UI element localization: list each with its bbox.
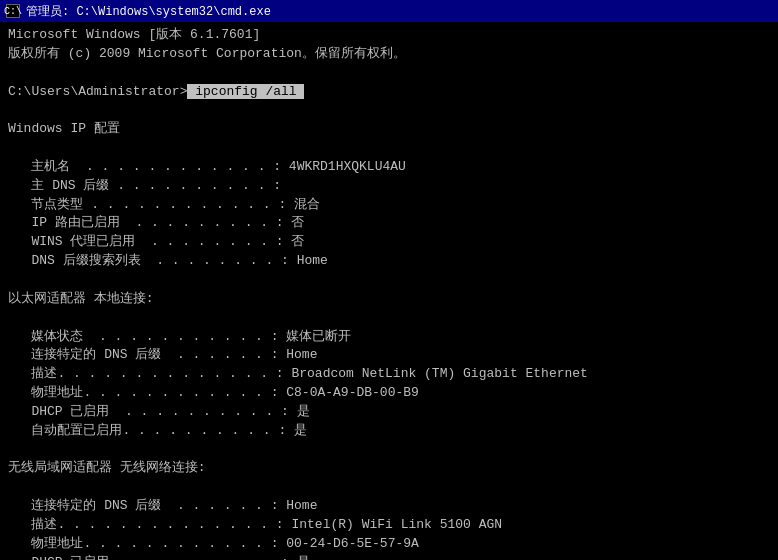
line-wifi-mac: 物理地址. . . . . . . . . . . . : 00-24-D6-5… xyxy=(8,536,419,551)
line-wins: WINS 代理已启用 . . . . . . . . : 否 xyxy=(8,234,304,249)
title-bar-icon: C:\ xyxy=(6,4,20,18)
line-wifi-header: 无线局域网适配器 无线网络连接: xyxy=(8,460,206,475)
line-ip-routing: IP 路由已启用 . . . . . . . . . : 否 xyxy=(8,215,304,230)
title-bar-text: 管理员: C:\Windows\system32\cmd.exe xyxy=(26,3,271,20)
line-hostname: 主机名 . . . . . . . . . . . . : 4WKRD1HXQK… xyxy=(8,159,406,174)
line-node-type: 节点类型 . . . . . . . . . . . . : 混合 xyxy=(8,197,320,212)
command-input: ipconfig /all xyxy=(187,84,304,99)
line-dhcp: DHCP 已启用 . . . . . . . . . . : 是 xyxy=(8,404,310,419)
line-dns-suffix: 主 DNS 后缀 . . . . . . . . . . : xyxy=(8,178,281,193)
console-body: Microsoft Windows [版本 6.1.7601] 版权所有 (c)… xyxy=(0,22,778,560)
line-desc: 描述. . . . . . . . . . . . . . : Broadcom… xyxy=(8,366,588,381)
line-prompt: C:\Users\Administrator> ipconfig /all xyxy=(8,84,304,99)
line-media-state: 媒体状态 . . . . . . . . . . . : 媒体已断开 xyxy=(8,329,351,344)
line-dns-list: DNS 后缀搜索列表 . . . . . . . . : Home xyxy=(8,253,328,268)
line-wifi-desc: 描述. . . . . . . . . . . . . . : Intel(R)… xyxy=(8,517,502,532)
line-autoconf: 自动配置已启用. . . . . . . . . . : 是 xyxy=(8,423,307,438)
line-conn-dns: 连接特定的 DNS 后缀 . . . . . . : Home xyxy=(8,347,317,362)
line-wifi-dhcp: DHCP 已启用 . . . . . . . . . . : 是 xyxy=(8,555,310,560)
line-mac: 物理地址. . . . . . . . . . . . : C8-0A-A9-D… xyxy=(8,385,419,400)
line-intro2: 版权所有 (c) 2009 Microsoft Corporation。保留所有… xyxy=(8,46,406,61)
line-wifi-dns-suffix: 连接特定的 DNS 后缀 . . . . . . : Home xyxy=(8,498,317,513)
line-wip: Windows IP 配置 xyxy=(8,121,120,136)
line-eth-header: 以太网适配器 本地连接: xyxy=(8,291,154,306)
line-intro1: Microsoft Windows [版本 6.1.7601] xyxy=(8,27,260,42)
title-bar: C:\ 管理员: C:\Windows\system32\cmd.exe xyxy=(0,0,778,22)
